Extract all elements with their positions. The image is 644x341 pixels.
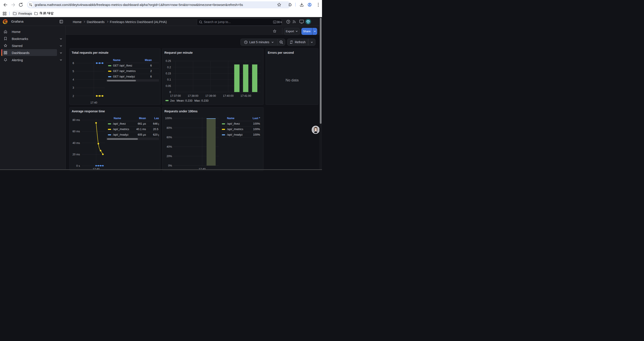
svg-text:100%: 100%	[165, 117, 172, 120]
svg-text:2: 2	[72, 95, 74, 98]
svg-text:20%: 20%	[166, 155, 172, 158]
svg-text:2xx: 2xx	[170, 99, 175, 102]
svg-text:Max: 0.233: Max: 0.233	[194, 99, 208, 102]
svg-text:0.1: 0.1	[167, 78, 171, 81]
svg-text:0%: 0%	[168, 164, 172, 167]
svg-text:40%: 40%	[166, 145, 172, 148]
svg-text:60 ms: 60 ms	[72, 130, 80, 133]
svg-text:17:41:00: 17:41:00	[240, 94, 251, 97]
svg-text:0.05: 0.05	[166, 85, 171, 88]
svg-text:4: 4	[72, 78, 74, 81]
svg-text:6: 6	[72, 62, 74, 65]
svg-text:80 ms: 80 ms	[72, 119, 80, 122]
svg-text:17:40: 17:40	[90, 101, 97, 104]
svg-text:0.2: 0.2	[167, 66, 171, 69]
svg-text:60%: 60%	[166, 136, 172, 139]
svg-text:Mean: 0.233: Mean: 0.233	[177, 99, 192, 102]
svg-text:0 s: 0 s	[76, 164, 80, 167]
svg-text:3: 3	[72, 86, 74, 89]
svg-text:20 ms: 20 ms	[72, 153, 80, 156]
svg-text:17:38:00: 17:38:00	[188, 94, 198, 97]
svg-text:0: 0	[170, 91, 171, 94]
svg-text:40 ms: 40 ms	[72, 141, 80, 144]
svg-text:0.15: 0.15	[166, 72, 171, 75]
svg-text:80%: 80%	[166, 126, 172, 129]
svg-text:17:40:00: 17:40:00	[223, 94, 234, 97]
svg-text:17:39:00: 17:39:00	[206, 94, 216, 97]
svg-text:17:37:00: 17:37:00	[170, 94, 181, 97]
svg-text:5: 5	[72, 70, 74, 73]
svg-text:0.25: 0.25	[166, 60, 171, 63]
